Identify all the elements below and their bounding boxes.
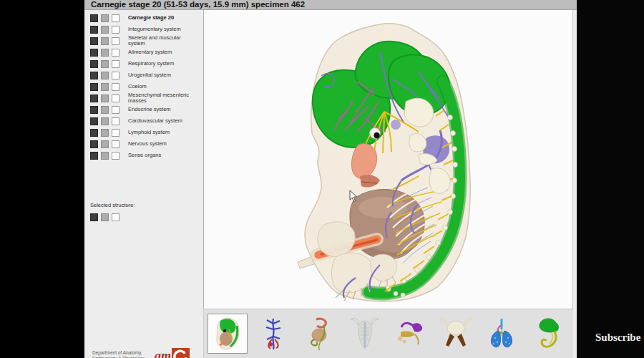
system-row: Coelom: [90, 81, 197, 92]
checkbox-hidden[interactable]: [112, 14, 119, 22]
system-row: Cardiovascular system: [90, 115, 197, 127]
checkbox-hidden[interactable]: [112, 129, 119, 137]
page-title: Carnegie stage 20 (51-53 days, 15.9 mm) …: [84, 0, 577, 9]
system-label: Mesenchymal mesenteric masses: [128, 92, 197, 104]
system-label: Urogenital system: [128, 72, 171, 78]
amc-logo: am: [155, 348, 190, 358]
checkbox-solid[interactable]: [90, 60, 98, 68]
system-row: Lymphoid system: [90, 127, 197, 138]
thumbnail-cardiovascular-system[interactable]: [253, 314, 293, 354]
system-label: Alimentary system: [128, 49, 172, 55]
amc-red-square-c-icon: [172, 348, 190, 358]
mouse-cursor: [348, 190, 358, 203]
thumbnail-bar: [203, 309, 573, 358]
checkbox-transparent[interactable]: [101, 49, 109, 57]
thumbnail-nervous-system[interactable]: [527, 314, 567, 354]
checkbox-solid[interactable]: [90, 152, 98, 160]
selected-structure-label: Selected structure:: [90, 202, 135, 208]
checkbox-hidden[interactable]: [112, 140, 119, 148]
system-label: Coelom: [128, 84, 147, 90]
checkbox-transparent[interactable]: [101, 213, 109, 221]
system-row: Sense organs: [90, 150, 197, 161]
system-label: Lymphoid system: [128, 130, 170, 135]
title-bar: Carnegie stage 20 (51-53 days, 15.9 mm) …: [84, 0, 577, 10]
thumbnail-skull-cartilage[interactable]: [436, 314, 476, 354]
systems-list: Carnegie stage 20 Integumentary system: [90, 12, 197, 161]
checkbox-transparent[interactable]: [101, 129, 109, 137]
amc-logo-text: am: [155, 349, 171, 358]
system-row: Respiratory system: [90, 58, 197, 69]
system-label: Integumentary system: [128, 26, 181, 32]
checkbox-hidden[interactable]: [112, 117, 119, 125]
checkbox-transparent[interactable]: [101, 60, 109, 68]
checkbox-solid[interactable]: [90, 117, 98, 125]
checkbox-solid[interactable]: [90, 37, 98, 45]
checkbox-solid[interactable]: [90, 213, 98, 221]
system-label: Carnegie stage 20: [128, 15, 174, 21]
checkbox-solid[interactable]: [90, 26, 98, 34]
selected-structure-section: Selected structure:: [90, 202, 135, 223]
checkbox-transparent[interactable]: [101, 72, 109, 79]
checkbox-solid[interactable]: [90, 72, 98, 79]
system-row: Integumentary system: [90, 24, 197, 35]
checkbox-transparent[interactable]: [101, 95, 109, 102]
system-label: Respiratory system: [128, 61, 174, 67]
system-row: Alimentary system: [90, 47, 197, 58]
checkbox-hidden[interactable]: [112, 83, 119, 91]
selected-structure-row: [90, 211, 135, 223]
system-label: Sense organs: [128, 153, 161, 158]
checkbox-solid[interactable]: [90, 49, 98, 57]
checkbox-transparent[interactable]: [101, 106, 109, 114]
system-label: Skeletal and muscular system: [128, 35, 197, 47]
checkbox-transparent[interactable]: [101, 37, 109, 45]
system-row: Carnegie stage 20: [90, 12, 197, 24]
checkbox-transparent[interactable]: [101, 140, 109, 148]
checkbox-solid[interactable]: [90, 129, 98, 137]
thumbnail-alimentary-system[interactable]: [299, 314, 339, 354]
eye: [370, 128, 381, 139]
video-frame: Carnegie stage 20 (51-53 days, 15.9 mm) …: [0, 0, 644, 358]
system-row: Nervous system: [90, 138, 197, 150]
checkbox-transparent[interactable]: [101, 152, 109, 160]
checkbox-hidden[interactable]: [112, 95, 119, 102]
checkbox-hidden[interactable]: [112, 37, 119, 45]
system-row: Endocrine system: [90, 104, 197, 115]
checkbox-solid[interactable]: [90, 140, 98, 148]
embryo-atlas-app: Carnegie stage 20 (51-53 days, 15.9 mm) …: [84, 0, 577, 358]
checkbox-hidden[interactable]: [112, 213, 119, 221]
system-row: Skeletal and muscular system: [90, 35, 197, 47]
system-label: Endocrine system: [128, 107, 171, 112]
checkbox-solid[interactable]: [90, 83, 98, 91]
viewport-3d[interactable]: [203, 10, 573, 309]
checkbox-transparent[interactable]: [101, 26, 109, 34]
thumbnail-whole-embryo[interactable]: [208, 314, 248, 354]
thumbnail-skeletal-system[interactable]: [345, 314, 385, 354]
department-text: Department of Anatomy, Embryology & Phys…: [92, 350, 145, 358]
sidebar-footer: Department of Anatomy, Embryology & Phys…: [86, 347, 199, 358]
checkbox-transparent[interactable]: [101, 83, 109, 91]
system-row: Urogenital system: [90, 69, 197, 81]
system-label: Nervous system: [128, 141, 167, 147]
thumbnail-urogenital-system[interactable]: [391, 314, 431, 354]
system-label: Cardiovascular system: [128, 118, 182, 124]
checkbox-hidden[interactable]: [112, 152, 119, 160]
checkbox-hidden[interactable]: [112, 106, 119, 114]
embryo-3d-model[interactable]: [204, 10, 574, 309]
checkbox-transparent[interactable]: [101, 117, 109, 125]
checkbox-hidden[interactable]: [112, 72, 119, 79]
system-row: Mesenchymal mesenteric masses: [90, 92, 197, 104]
letterbox-right: Subscribe: [577, 0, 644, 358]
thumbnail-respiratory-system[interactable]: [482, 314, 522, 354]
checkbox-transparent[interactable]: [101, 14, 109, 22]
sidebar: Carnegie stage 20 Integumentary system: [86, 10, 199, 358]
checkbox-solid[interactable]: [90, 14, 98, 22]
checkbox-solid[interactable]: [90, 95, 98, 102]
checkbox-hidden[interactable]: [112, 49, 119, 57]
checkbox-hidden[interactable]: [112, 26, 119, 34]
checkbox-solid[interactable]: [90, 106, 98, 114]
subscribe-button[interactable]: Subscribe: [595, 332, 640, 344]
checkbox-hidden[interactable]: [112, 60, 119, 68]
